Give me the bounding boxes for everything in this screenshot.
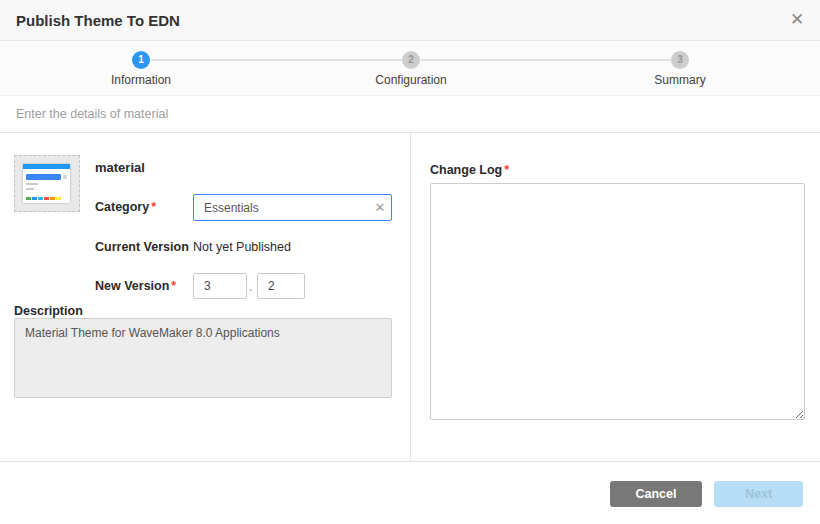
subtitle-row: Enter the details of material	[0, 97, 820, 133]
step-2-label: Configuration	[341, 73, 481, 87]
new-version-major-input[interactable]	[193, 273, 247, 299]
change-log-label: Change Log*	[430, 163, 509, 177]
step-description-text: Enter the details of material	[16, 97, 168, 132]
current-version-value: Not yet Published	[193, 240, 291, 254]
theme-name: material	[95, 160, 145, 175]
step-information[interactable]: 1 Information	[71, 41, 211, 87]
version-separator: .	[249, 280, 252, 294]
required-asterisk: *	[151, 200, 156, 214]
required-asterisk: *	[171, 279, 176, 293]
step-2-circle: 2	[402, 51, 420, 69]
wizard-stepper: 1 Information 2 Configuration 3 Summary	[0, 41, 820, 96]
footer-divider	[0, 461, 820, 462]
close-icon[interactable]: ✕	[786, 9, 808, 31]
cancel-button[interactable]: Cancel	[610, 481, 702, 507]
category-input[interactable]	[193, 194, 392, 221]
next-button[interactable]: Next	[714, 481, 803, 507]
description-textarea: Material Theme for WaveMaker 8.0 Applica…	[14, 318, 392, 398]
theme-preview-image	[23, 164, 70, 203]
current-version-label: Current Version	[95, 240, 189, 254]
dialog-title: Publish Theme To EDN	[16, 0, 180, 41]
step-summary[interactable]: 3 Summary	[610, 41, 750, 87]
dialog-titlebar: Publish Theme To EDN ✕	[0, 0, 820, 41]
clear-icon[interactable]: ✕	[372, 200, 388, 216]
new-version-label: New Version*	[95, 279, 176, 293]
step-3-circle: 3	[671, 51, 689, 69]
new-version-minor-input[interactable]	[257, 273, 305, 299]
publish-theme-dialog: Publish Theme To EDN ✕ 1 Information 2 C…	[0, 0, 820, 524]
step-3-label: Summary	[610, 73, 750, 87]
theme-color-palette	[26, 197, 62, 200]
step-configuration[interactable]: 2 Configuration	[341, 41, 481, 87]
step-1-circle: 1	[132, 51, 150, 69]
step-1-label: Information	[71, 73, 211, 87]
panel-divider	[410, 133, 411, 461]
change-log-textarea[interactable]	[430, 183, 805, 420]
theme-thumbnail	[14, 155, 80, 212]
category-label: Category*	[95, 200, 156, 214]
required-asterisk: *	[504, 163, 509, 177]
description-label: Description	[14, 304, 83, 318]
